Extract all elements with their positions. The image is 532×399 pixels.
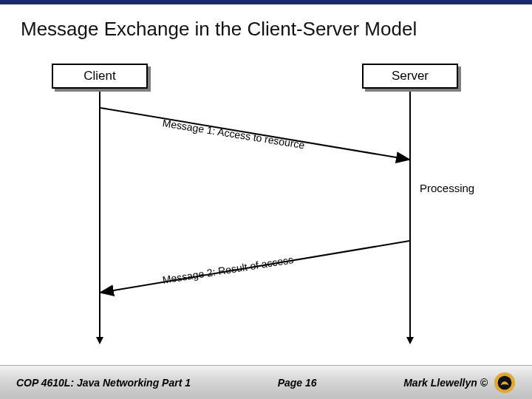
message-2-label: Message 2: Result of access [162,253,294,286]
sequence-diagram: Client Server Message 1: Access to resou… [52,64,466,344]
arrows-svg [52,64,466,344]
client-lifeline [99,92,100,343]
ucf-pegasus-logo-icon [494,372,516,394]
server-label: Server [392,69,429,83]
footer-course: COP 4610L: Java Networking Part 1 [16,377,191,389]
footer-author: Mark Llewellyn © [403,377,488,389]
client-box: Client [52,64,148,89]
footer-bar: COP 4610L: Java Networking Part 1 Page 1… [0,365,532,399]
message-1-label: Message 1: Access to resource [162,117,306,151]
server-lifeline [409,92,411,343]
client-label: Client [83,69,115,83]
slide-title: Message Exchange in the Client-Server Mo… [21,18,511,41]
server-box: Server [362,64,458,89]
processing-label: Processing [420,182,474,194]
footer-page: Page 16 [278,377,317,389]
footer-author-block: Mark Llewellyn © [403,372,516,394]
slide: Message Exchange in the Client-Server Mo… [0,0,532,399]
